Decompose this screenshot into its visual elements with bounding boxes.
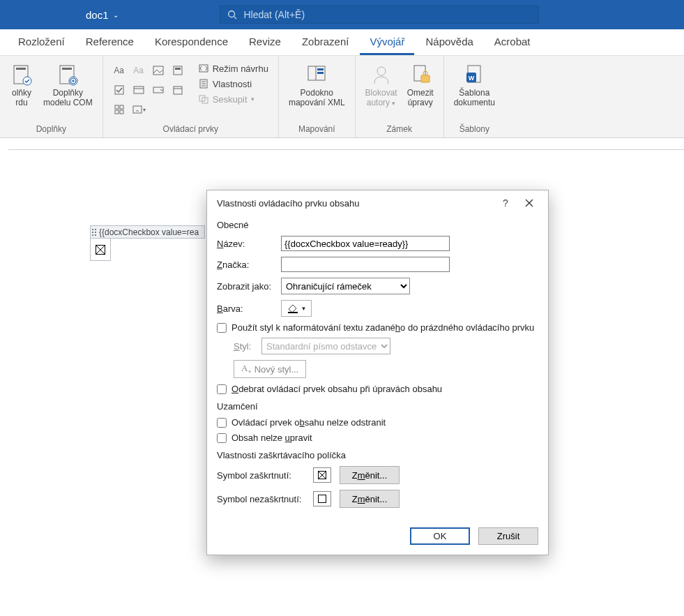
cannot-delete-checkbox[interactable]	[217, 418, 227, 428]
titlebar: doc1 ⌄ Hledat (Alt+Ě)	[0, 0, 684, 29]
section-checkbox-props: Vlastnosti zaškrtávacího políčka	[217, 450, 538, 460]
svg-rect-20	[120, 110, 123, 114]
svg-rect-32	[317, 72, 324, 74]
cannot-delete-label: Ovládací prvek obsahu nelze odstranit	[231, 417, 386, 428]
tab-napoveda[interactable]: Nápověda	[416, 30, 482, 55]
svg-rect-18	[120, 105, 123, 109]
block-authors-button[interactable]: Blokovatautory ▾	[363, 61, 400, 110]
group-ovladaci-prvky: Aa Aa ▾ Režim návrhu Vlastnosti Seskupit…	[103, 56, 279, 137]
label: autory	[367, 98, 390, 107]
label-znacka: Značka:	[217, 260, 281, 270]
tab-vyvojar[interactable]: Vývojář	[360, 30, 414, 55]
date-control-icon[interactable]	[169, 81, 187, 99]
svg-rect-8	[153, 66, 163, 75]
legacy-controls-icon[interactable]: ▾	[130, 100, 148, 119]
cancel-button[interactable]: Zrušit	[478, 527, 538, 545]
group-button[interactable]: Seskupit ▾	[195, 92, 271, 106]
svg-rect-3	[16, 68, 26, 70]
tab-zobrazeni[interactable]: Zobrazení	[292, 30, 359, 55]
group-doplnky: olňkyrdu Doplňkymodelu COM Doplňky	[0, 56, 103, 137]
label: modelu COM	[43, 98, 93, 107]
search-input[interactable]: Hledat (Alt+Ě)	[220, 6, 539, 24]
close-button[interactable]	[517, 193, 541, 213]
svg-rect-12	[134, 87, 144, 93]
block-authors-icon	[370, 63, 393, 87]
properties-button[interactable]: Vlastnosti	[195, 77, 271, 91]
nazev-input[interactable]	[281, 236, 450, 251]
svg-rect-22	[199, 65, 208, 72]
group-mapovani: Podoknomapování XML Mapování	[279, 56, 356, 137]
cannot-edit-label: Obsah nelze upravit	[231, 433, 312, 443]
group-sablony: W Šablonadokumentu Šablony	[444, 56, 505, 137]
group-zamek: Blokovatautory ▾ Omezitúpravy Zámek	[356, 56, 444, 137]
group-label: Mapování	[286, 123, 348, 136]
checkbox-cell[interactable]	[90, 239, 111, 261]
label: Nový styl...	[254, 364, 299, 375]
svg-rect-15	[174, 87, 182, 94]
label-styl: Styl:	[234, 341, 261, 352]
svg-rect-44	[288, 312, 298, 313]
label: Podokno	[301, 88, 333, 98]
document-template-button[interactable]: W Šablonadokumentu	[451, 61, 498, 110]
tab-korespondence[interactable]: Korespondence	[145, 30, 238, 55]
content-control[interactable]: {{docxCheckbox value=rea	[90, 225, 205, 261]
label: Šablona	[459, 88, 489, 98]
group-label: Šablony	[451, 123, 498, 136]
properties-dialog: Vlastnosti ovládacího prvku obsahu ? Obe…	[206, 190, 549, 555]
tab-reference[interactable]: Reference	[76, 30, 144, 55]
label: dokumentu	[454, 98, 495, 107]
label: olňky	[12, 88, 31, 98]
xml-mapping-pane-button[interactable]: Podoknomapování XML	[286, 61, 348, 110]
ok-button[interactable]: OK	[410, 527, 470, 545]
label-nazev: Název:	[217, 239, 281, 249]
styl-select: Standardní písmo odstavce	[261, 338, 390, 354]
tab-revize[interactable]: Revize	[239, 30, 291, 55]
combobox-control-icon[interactable]	[130, 81, 148, 99]
use-style-checkbox[interactable]	[217, 323, 227, 333]
content-control-tag: {{docxCheckbox value=rea	[90, 225, 205, 239]
znacka-input[interactable]	[281, 257, 450, 272]
unchecked-symbol-preview	[313, 491, 331, 506]
word-addins-button[interactable]: olňkyrdu	[7, 61, 36, 110]
remove-on-edit-checkbox[interactable]	[217, 384, 227, 394]
svg-rect-21	[133, 106, 142, 113]
color-picker-button[interactable]: ▼	[281, 300, 312, 317]
buildingblock-control-icon[interactable]	[169, 61, 187, 80]
label: úpravy	[408, 98, 433, 107]
label-unchecked-symbol: Symbol nezaškrtnutí:	[217, 494, 313, 504]
label-checked-symbol: Symbol zaškrtnutí:	[217, 470, 313, 481]
zobrazit-select[interactable]: Ohraničující rámeček	[281, 278, 410, 294]
dropdown-control-icon[interactable]	[149, 81, 167, 99]
richtext-control-icon[interactable]: Aa	[110, 61, 128, 80]
chevron-down-icon: ▼	[301, 306, 307, 312]
svg-rect-17	[115, 105, 119, 109]
design-mode-button[interactable]: Režim návrhu	[195, 61, 271, 75]
checked-box-icon	[96, 245, 105, 255]
tab-rozlozeni[interactable]: Rozložení	[8, 30, 75, 55]
com-addins-button[interactable]: Doplňkymodelu COM	[40, 61, 96, 110]
svg-rect-9	[174, 66, 182, 75]
svg-rect-10	[175, 68, 181, 70]
change-checked-button[interactable]: Změnit...	[340, 466, 400, 484]
dialog-footer: OK Zrušit	[207, 525, 548, 555]
dialog-title: Vlastnosti ovládacího prvku obsahu	[217, 198, 494, 209]
change-unchecked-button[interactable]: Změnit...	[340, 490, 400, 508]
plaintext-control-icon[interactable]: Aa	[130, 61, 148, 80]
group-icon	[198, 93, 209, 105]
svg-text:W: W	[469, 75, 475, 82]
label-barva: Barva:	[217, 303, 281, 314]
tab-acrobat[interactable]: Acrobat	[485, 30, 540, 55]
properties-icon	[198, 78, 209, 89]
document-name[interactable]: doc1 ⌄	[86, 9, 119, 21]
repeating-control-icon[interactable]	[110, 100, 128, 119]
help-button[interactable]: ?	[494, 193, 517, 213]
checkbox-control-icon[interactable]	[110, 81, 128, 99]
svg-rect-11	[115, 86, 123, 94]
search-placeholder: Hledat (Alt+Ě)	[244, 9, 305, 20]
ribbon: olňkyrdu Doplňkymodelu COM Doplňky Aa Aa…	[0, 56, 684, 138]
restrict-editing-button[interactable]: Omezitúpravy	[404, 61, 436, 110]
close-icon	[525, 199, 533, 207]
svg-rect-19	[115, 110, 119, 114]
cannot-edit-checkbox[interactable]	[217, 433, 227, 443]
picture-control-icon[interactable]	[149, 61, 167, 80]
